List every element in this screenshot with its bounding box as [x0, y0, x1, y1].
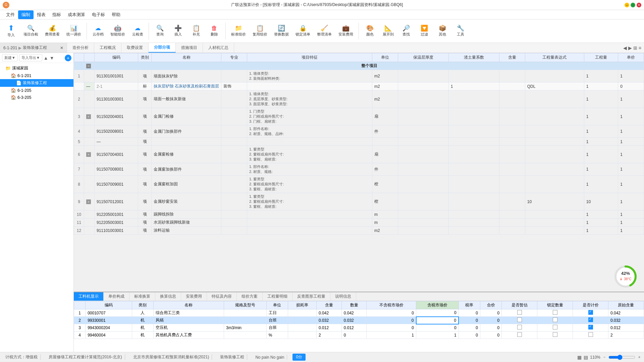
cell-features: 1. 窗类型2. 窗框或扇外围尺寸:3. 窗框、扇材质:: [247, 176, 372, 193]
view-grid1[interactable]: ▦: [577, 355, 582, 360]
bcell-temp[interactable]: [502, 331, 537, 339]
cell-coef: 1: [448, 82, 499, 90]
bcell-counted[interactable]: [573, 324, 608, 331]
status-score[interactable]: 0分: [292, 354, 306, 361]
menu-index[interactable]: 指标: [49, 10, 64, 19]
bottom-tab-description[interactable]: 说明信息: [330, 292, 356, 301]
toolbar-expand[interactable]: 📐 展开到: [380, 24, 396, 38]
import-export-button[interactable]: 导入导出▼: [19, 54, 42, 61]
cell-type: 项: [138, 70, 152, 82]
tab-fee-settings[interactable]: 取费设置: [121, 43, 149, 53]
toolbar-find[interactable]: 🔎 查找: [398, 24, 415, 38]
toolbar-import[interactable]: ⬆ 导入: [3, 23, 19, 39]
toolbar-aigroup[interactable]: 🤖 智能组价: [108, 24, 128, 38]
toolbar-reusegroup[interactable]: 📋 复用组价: [250, 24, 270, 38]
bottom-tab-qty-detail[interactable]: 工程量明细: [263, 292, 292, 301]
bcell-locked[interactable]: [537, 317, 573, 324]
bottom-tab-features[interactable]: 特征及内容: [207, 292, 237, 301]
toolbar-replacedata[interactable]: 🔄 替换数据: [271, 24, 291, 38]
bcell-amount: 0.032: [317, 317, 342, 324]
move-down[interactable]: ▼: [50, 55, 54, 61]
toolbar-tools[interactable]: 🔧 工具: [452, 24, 469, 38]
minimize-button[interactable]: ─: [625, 3, 629, 7]
cell-collapse[interactable]: ＋: [84, 193, 95, 210]
cell-specialty: [221, 90, 247, 108]
zoom-slider[interactable]: [608, 355, 635, 360]
toolbar-feeview[interactable]: 💰 费用查看: [42, 24, 62, 38]
bottom-tab-install-fee[interactable]: 安装费用: [181, 292, 207, 301]
tab-cost-analysis[interactable]: 造价分析: [67, 43, 94, 53]
toolbar-cloudcheck[interactable]: ☁ 云检查: [129, 24, 146, 38]
menu-cost[interactable]: 成本测算: [64, 10, 89, 19]
move-up[interactable]: ▲: [44, 55, 48, 61]
toolbar-other[interactable]: 📦 其他: [434, 24, 451, 38]
bcell-counted[interactable]: [573, 317, 608, 324]
cell-rownum: 9: [74, 193, 84, 210]
col-specialty: 专业: [221, 53, 247, 62]
toolbar-stdgroup[interactable]: 📁 标准组价: [228, 24, 249, 38]
tree-item-6-1-205[interactable]: 🏠 6-1-205: [0, 87, 73, 94]
tab-next[interactable]: ▶: [628, 45, 632, 51]
bottom-tab-convert-info[interactable]: 换算信息: [155, 292, 181, 301]
expand-tree-button[interactable]: +: [65, 55, 71, 61]
toolbar-filter[interactable]: 🔽 过滤: [416, 24, 433, 38]
zoom-up[interactable]: ＋: [637, 354, 641, 360]
tree-item-decoration[interactable]: 📄 装饰装修工程: [0, 79, 73, 87]
bottom-tab-reverse-qty[interactable]: 反查图形工程量: [292, 292, 330, 301]
bcell-counted[interactable]: [573, 309, 608, 317]
bcell-counted[interactable]: [573, 331, 608, 339]
bottom-tab-price-breakdown[interactable]: 单价构成: [104, 292, 129, 301]
toolbar-installfee[interactable]: 💼 安装费用: [336, 24, 356, 38]
menu-edit[interactable]: 编制: [18, 10, 34, 19]
toolbar-adjust[interactable]: 📊 统一调价: [64, 24, 84, 38]
close-button[interactable]: ✕: [637, 3, 641, 7]
toolbar-selfcheck[interactable]: 🔍 项目自检: [21, 24, 41, 38]
tree-item-root[interactable]: 📁 溪城家园: [0, 64, 73, 72]
bcell-temp[interactable]: [502, 317, 537, 324]
tab-section-items[interactable]: 分部分项: [149, 43, 176, 53]
menu-help[interactable]: 帮助: [108, 10, 124, 19]
menu-electronic[interactable]: 电子标: [89, 10, 108, 19]
cell-price: 1: [618, 193, 644, 210]
cell-type: 项: [138, 163, 152, 176]
tab-measures[interactable]: 措施项目: [176, 43, 203, 53]
toolbar-organize[interactable]: 🧹 整理清单: [314, 24, 334, 38]
tab-resources[interactable]: 人材机汇总: [203, 43, 234, 53]
tree-item-6-1-201[interactable]: 🏠 6-1-201: [0, 72, 73, 79]
menu-file[interactable]: 文件: [3, 10, 18, 19]
cell-qty: 10: [584, 193, 618, 210]
tree-item-6-3-205[interactable]: 🏠 6-3-205: [0, 94, 73, 101]
toolbar-lockbill[interactable]: 🔒 锁定清单: [293, 24, 313, 38]
sep2: [149, 23, 149, 40]
bottom-tab-group-plan[interactable]: 组价方案: [237, 292, 263, 301]
bottom-tab-std-convert[interactable]: 标准换算: [129, 292, 155, 301]
bcell-locked[interactable]: [537, 309, 573, 317]
zoom-down[interactable]: －: [602, 354, 606, 360]
toolbar-cloudsave[interactable]: ☁ 云存档: [90, 24, 106, 38]
bcell-price-tax[interactable]: 0: [416, 317, 459, 324]
tab-project-overview[interactable]: 工程概况: [94, 43, 121, 53]
toolbar-insert[interactable]: ➕ 插入: [170, 24, 186, 38]
toolbar-supplement[interactable]: 📋 补充: [188, 24, 205, 38]
cell-collapse[interactable]: ＋: [84, 108, 95, 125]
maximize-button[interactable]: □: [631, 3, 635, 7]
cell-thickness: [398, 125, 448, 138]
bottom-tab-resources[interactable]: 工料机显示: [74, 292, 104, 301]
toolbar-delete[interactable]: 🗑 删除: [206, 24, 223, 38]
toolbar-color[interactable]: 🎨 颜色: [362, 24, 378, 38]
bcell-locked[interactable]: [537, 331, 573, 339]
bcell-temp[interactable]: [502, 324, 537, 331]
tab-expand[interactable]: ⊞: [633, 45, 637, 51]
view-grid2[interactable]: ▤: [584, 355, 588, 360]
tab-menu[interactable]: ≡: [639, 45, 641, 51]
cell-collapse[interactable]: －: [84, 62, 95, 70]
new-button[interactable]: 新建▼: [2, 54, 18, 61]
menu-report[interactable]: 报表: [34, 10, 49, 19]
bcell-temp[interactable]: [502, 309, 537, 317]
cell-collapse[interactable]: ＋: [84, 146, 95, 163]
bcell-locked[interactable]: [537, 324, 573, 331]
breadcrumb-close[interactable]: ✕: [60, 46, 63, 50]
tab-prev[interactable]: ◀: [623, 45, 627, 51]
toolbar-query[interactable]: 🔍 查询: [152, 24, 168, 38]
adjust-icon: 📊: [70, 25, 77, 31]
